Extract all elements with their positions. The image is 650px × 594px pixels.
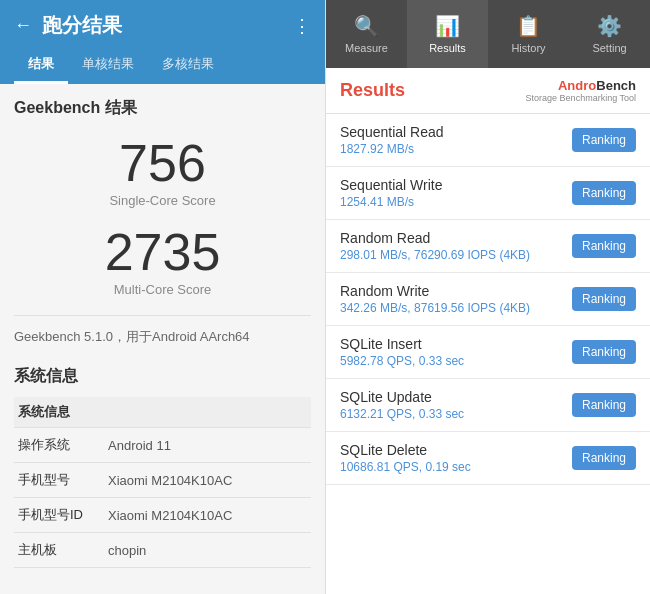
benchmark-item-sqlite-insert: SQLite Insert 5982.78 QPS, 0.33 sec Rank… bbox=[326, 326, 650, 379]
left-header: ← 跑分结果 ⋮ 结果 单核结果 多核结果 bbox=[0, 0, 325, 84]
ranking-button-rand-write[interactable]: Ranking bbox=[572, 287, 636, 311]
benchmark-info-rand-write: Random Write 342.26 MB/s, 87619.56 IOPS … bbox=[340, 283, 572, 315]
benchmark-name-seq-read: Sequential Read bbox=[340, 124, 572, 140]
benchmark-name-sqlite-update: SQLite Update bbox=[340, 389, 572, 405]
benchmark-item-seq-write: Sequential Write 1254.41 MB/s Ranking bbox=[326, 167, 650, 220]
measure-icon: 🔍 bbox=[354, 14, 379, 38]
left-panel: ← 跑分结果 ⋮ 结果 单核结果 多核结果 Geekbench 结果 756 S… bbox=[0, 0, 325, 594]
nav-results-label: Results bbox=[429, 42, 466, 54]
history-icon: 📋 bbox=[516, 14, 541, 38]
ranking-button-sqlite-update[interactable]: Ranking bbox=[572, 393, 636, 417]
ranking-button-seq-write[interactable]: Ranking bbox=[572, 181, 636, 205]
tab-single-core[interactable]: 单核结果 bbox=[68, 47, 148, 84]
right-panel: 🔍 Measure 📊 Results 📋 History ⚙️ Setting… bbox=[325, 0, 650, 594]
page-title: 跑分结果 bbox=[42, 12, 293, 39]
geekbench-version: Geekbench 5.1.0，用于Android AArch64 bbox=[14, 328, 311, 346]
benchmark-value-sqlite-insert: 5982.78 QPS, 0.33 sec bbox=[340, 354, 572, 368]
table-row: 手机型号 Xiaomi M2104K10AC bbox=[14, 463, 311, 498]
nav-measure-label: Measure bbox=[345, 42, 388, 54]
benchmark-name-seq-write: Sequential Write bbox=[340, 177, 572, 193]
ranking-button-sqlite-delete[interactable]: Ranking bbox=[572, 446, 636, 470]
row-key-model: 手机型号 bbox=[14, 463, 104, 498]
row-val-board: chopin bbox=[104, 533, 311, 568]
benchmark-value-sqlite-update: 6132.21 QPS, 0.33 sec bbox=[340, 407, 572, 421]
ranking-button-sqlite-insert[interactable]: Ranking bbox=[572, 340, 636, 364]
benchmark-item-rand-read: Random Read 298.01 MB/s, 76290.69 IOPS (… bbox=[326, 220, 650, 273]
multi-core-section: 2735 Multi-Core Score bbox=[14, 226, 311, 297]
results-header: Results AndroBench Storage Benchmarking … bbox=[326, 68, 650, 114]
benchmark-value-sqlite-delete: 10686.81 QPS, 0.19 sec bbox=[340, 460, 572, 474]
benchmark-value-seq-read: 1827.92 MB/s bbox=[340, 142, 572, 156]
row-val-os: Android 11 bbox=[104, 428, 311, 463]
row-key-model-id: 手机型号ID bbox=[14, 498, 104, 533]
benchmark-info-seq-write: Sequential Write 1254.41 MB/s bbox=[340, 177, 572, 209]
ranking-button-seq-read[interactable]: Ranking bbox=[572, 128, 636, 152]
benchmark-name-sqlite-insert: SQLite Insert bbox=[340, 336, 572, 352]
benchmark-value-seq-write: 1254.41 MB/s bbox=[340, 195, 572, 209]
table-row: 操作系统 Android 11 bbox=[14, 428, 311, 463]
multi-core-label: Multi-Core Score bbox=[14, 282, 311, 297]
multi-core-score: 2735 bbox=[14, 226, 311, 278]
geekbench-title: Geekbench 结果 bbox=[14, 98, 311, 119]
benchmark-info-rand-read: Random Read 298.01 MB/s, 76290.69 IOPS (… bbox=[340, 230, 572, 262]
benchmark-info-seq-read: Sequential Read 1827.92 MB/s bbox=[340, 124, 572, 156]
results-title: Results bbox=[340, 80, 405, 101]
table-header-row: 系统信息 bbox=[14, 397, 311, 428]
benchmark-name-rand-write: Random Write bbox=[340, 283, 572, 299]
benchmark-name-sqlite-delete: SQLite Delete bbox=[340, 442, 572, 458]
system-info-heading: 系统信息 bbox=[14, 366, 311, 387]
nav-results[interactable]: 📊 Results bbox=[407, 0, 488, 68]
system-info-table: 系统信息 操作系统 Android 11 手机型号 Xiaomi M2104K1… bbox=[14, 397, 311, 568]
table-row: 手机型号ID Xiaomi M2104K10AC bbox=[14, 498, 311, 533]
nav-history-label: History bbox=[511, 42, 545, 54]
tab-results[interactable]: 结果 bbox=[14, 47, 68, 84]
androbench-sub: Storage Benchmarking Tool bbox=[526, 93, 636, 103]
single-core-section: 756 Single-Core Score bbox=[14, 137, 311, 208]
benchmark-info-sqlite-delete: SQLite Delete 10686.81 QPS, 0.19 sec bbox=[340, 442, 572, 474]
right-nav: 🔍 Measure 📊 Results 📋 History ⚙️ Setting bbox=[326, 0, 650, 68]
results-icon: 📊 bbox=[435, 14, 460, 38]
benchmark-value-rand-read: 298.01 MB/s, 76290.69 IOPS (4KB) bbox=[340, 248, 572, 262]
nav-history[interactable]: 📋 History bbox=[488, 0, 569, 68]
androbench-name: AndroBench bbox=[558, 78, 636, 93]
nav-measure[interactable]: 🔍 Measure bbox=[326, 0, 407, 68]
left-content: Geekbench 结果 756 Single-Core Score 2735 … bbox=[0, 84, 325, 594]
single-core-label: Single-Core Score bbox=[14, 193, 311, 208]
back-button[interactable]: ← bbox=[14, 15, 32, 36]
row-key-board: 主机板 bbox=[14, 533, 104, 568]
benchmark-info-sqlite-insert: SQLite Insert 5982.78 QPS, 0.33 sec bbox=[340, 336, 572, 368]
table-row: 主机板 chopin bbox=[14, 533, 311, 568]
single-core-score: 756 bbox=[14, 137, 311, 189]
left-tabs: 结果 单核结果 多核结果 bbox=[14, 47, 311, 84]
benchmark-info-sqlite-update: SQLite Update 6132.21 QPS, 0.33 sec bbox=[340, 389, 572, 421]
androbench-logo: AndroBench Storage Benchmarking Tool bbox=[526, 78, 636, 103]
system-info-section: 系统信息 系统信息 操作系统 Android 11 手机型号 Xiaomi M2… bbox=[14, 366, 311, 568]
row-key-os: 操作系统 bbox=[14, 428, 104, 463]
benchmark-value-rand-write: 342.26 MB/s, 87619.56 IOPS (4KB) bbox=[340, 301, 572, 315]
benchmark-item-rand-write: Random Write 342.26 MB/s, 87619.56 IOPS … bbox=[326, 273, 650, 326]
row-val-model-id: Xiaomi M2104K10AC bbox=[104, 498, 311, 533]
nav-setting[interactable]: ⚙️ Setting bbox=[569, 0, 650, 68]
divider bbox=[14, 315, 311, 316]
tab-multi-core[interactable]: 多核结果 bbox=[148, 47, 228, 84]
benchmark-name-rand-read: Random Read bbox=[340, 230, 572, 246]
benchmark-list: Sequential Read 1827.92 MB/s Ranking Seq… bbox=[326, 114, 650, 594]
row-val-model: Xiaomi M2104K10AC bbox=[104, 463, 311, 498]
more-icon[interactable]: ⋮ bbox=[293, 15, 311, 37]
benchmark-item-seq-read: Sequential Read 1827.92 MB/s Ranking bbox=[326, 114, 650, 167]
table-header-cell: 系统信息 bbox=[14, 397, 311, 428]
setting-icon: ⚙️ bbox=[597, 14, 622, 38]
left-header-top: ← 跑分结果 ⋮ bbox=[14, 12, 311, 39]
benchmark-item-sqlite-update: SQLite Update 6132.21 QPS, 0.33 sec Rank… bbox=[326, 379, 650, 432]
nav-setting-label: Setting bbox=[592, 42, 626, 54]
benchmark-item-sqlite-delete: SQLite Delete 10686.81 QPS, 0.19 sec Ran… bbox=[326, 432, 650, 485]
ranking-button-rand-read[interactable]: Ranking bbox=[572, 234, 636, 258]
